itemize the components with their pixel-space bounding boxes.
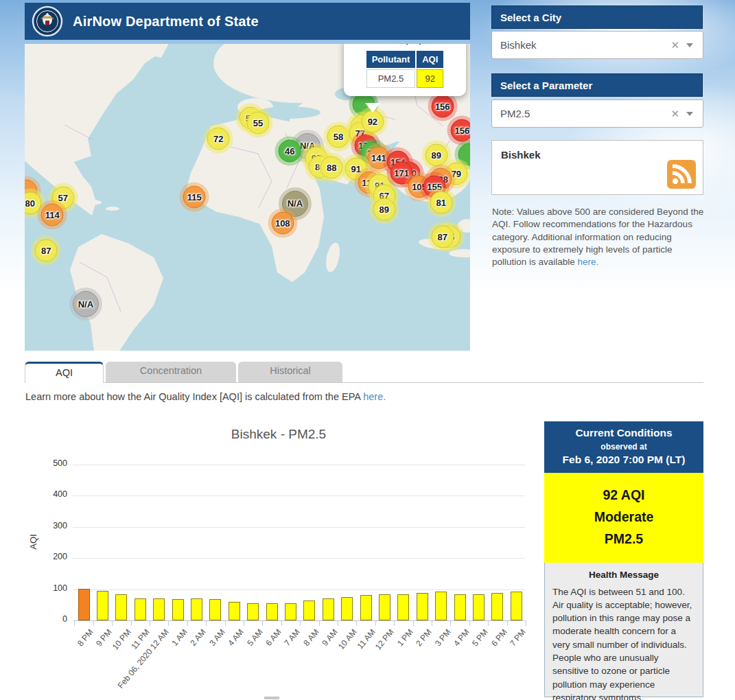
current-conditions-panel: Current Conditions observed at Feb 6, 20… — [544, 421, 703, 695]
learn-more-here-link[interactable]: here. — [363, 391, 386, 402]
x-axis-tick — [93, 620, 94, 626]
x-axis-tick — [356, 620, 357, 626]
learn-more-text: Learn more about how the Air Quality Ind… — [25, 391, 386, 402]
tooltip-pollutant-value: PM2.5 — [366, 69, 416, 88]
note-here-link[interactable]: here. — [578, 257, 599, 267]
map-marker[interactable]: 115 — [183, 186, 206, 209]
chart-bar — [435, 592, 447, 620]
chart-bar — [341, 597, 353, 620]
tooltip-clipped-title: PM (LT) — [351, 44, 459, 47]
map-marker[interactable]: 156 — [431, 95, 454, 118]
map-marker[interactable]: 89 — [373, 198, 395, 220]
y-axis-tick-label: 400 — [37, 489, 67, 499]
chevron-down-icon[interactable] — [686, 43, 693, 47]
chart-bar — [266, 603, 278, 620]
map-marker[interactable]: 58 — [327, 125, 349, 148]
x-axis-tick — [74, 620, 75, 626]
map-marker[interactable]: 114 — [41, 203, 64, 226]
observed-time: Feb 6, 2020 7:00 PM (LT) — [547, 454, 701, 466]
map-marker[interactable]: 88 — [320, 156, 343, 179]
chart-plot-area — [73, 465, 525, 620]
chart-bar — [379, 594, 390, 620]
x-axis-tick — [300, 620, 301, 626]
x-axis-tick — [413, 620, 414, 626]
chart-bar — [115, 594, 127, 620]
observed-at-label: observed at — [547, 442, 701, 452]
chart-bar — [191, 598, 202, 620]
rss-icon[interactable] — [667, 160, 696, 189]
gridline — [73, 590, 525, 590]
map-marker[interactable]: 46 — [279, 140, 301, 163]
chart-bar — [323, 598, 334, 620]
x-axis-tick — [187, 620, 188, 626]
x-axis-tick — [432, 620, 432, 626]
y-axis-tick-label: 0 — [37, 614, 67, 624]
chart-bar — [360, 595, 372, 620]
x-axis-tick — [244, 620, 244, 626]
y-axis-tick-label: 100 — [37, 583, 67, 593]
x-axis-tick — [281, 620, 282, 626]
gridline — [73, 527, 525, 528]
clear-city-icon[interactable]: ✕ — [664, 39, 686, 51]
x-axis-tick — [469, 620, 470, 626]
map-marker[interactable]: 108 — [271, 212, 294, 235]
map-marker[interactable]: 89 — [425, 143, 447, 166]
aqi-parameter-line: PM2.5 — [544, 528, 703, 550]
map-marker[interactable]: 87 — [35, 239, 58, 261]
x-axis-tick — [319, 620, 320, 626]
city-feed-box: Bishkek — [491, 140, 703, 195]
chart-bar — [247, 603, 259, 620]
y-axis-tick-label: 500 — [37, 458, 67, 468]
chart-bar — [153, 598, 165, 620]
map-marker[interactable]: N/A — [73, 291, 99, 317]
tabs-underline — [25, 382, 703, 383]
chevron-down-icon[interactable] — [686, 112, 693, 116]
x-axis-tick — [450, 620, 451, 626]
health-message-title: Health Message — [552, 570, 695, 580]
map-tooltip: PM (LT) Pollutant AQI PM2.5 92 — [344, 44, 466, 96]
x-axis-tick — [225, 620, 226, 626]
map-marker[interactable]: 87 — [431, 226, 454, 248]
tooltip-table: Pollutant AQI PM2.5 92 — [365, 49, 445, 89]
world-aqi-map[interactable]: 805711487115725555N/A4695808858N/A108827… — [25, 44, 470, 351]
x-axis-tick — [338, 620, 338, 626]
y-axis-tick-label: 200 — [37, 552, 67, 561]
tab-aqi[interactable]: AQI — [25, 362, 104, 383]
current-conditions-title: Current Conditions — [547, 427, 701, 439]
chart-bar — [454, 594, 466, 620]
chart-bar — [285, 603, 296, 620]
parameter-select[interactable]: PM2.5 ✕ — [491, 100, 703, 128]
map-marker[interactable]: 92 — [361, 110, 384, 133]
chart-bar — [473, 594, 485, 620]
x-axis-tick — [150, 620, 150, 626]
dos-seal-icon — [32, 5, 63, 37]
select-city-header: Select a City — [491, 5, 703, 29]
y-axis-tick-label: 300 — [37, 521, 67, 530]
map-marker[interactable]: 156 — [451, 119, 470, 142]
chart-bar — [491, 593, 503, 620]
map-marker[interactable]: 55 — [247, 111, 270, 134]
chart-bar — [511, 592, 522, 620]
clear-parameter-icon[interactable]: ✕ — [664, 108, 686, 120]
chart-bar — [78, 589, 90, 620]
map-marker[interactable]: 81 — [430, 191, 452, 214]
aqi-status-badge: 92 AQI Moderate PM2.5 — [544, 473, 703, 563]
tab-concentration[interactable]: Concentration — [106, 362, 236, 382]
chart-bar — [417, 593, 428, 620]
x-axis-tick — [262, 620, 263, 626]
x-axis-tick — [526, 620, 526, 626]
x-axis-tick — [206, 620, 207, 626]
x-axis-tick — [488, 620, 489, 626]
app-header: AirNow Department of State — [25, 3, 470, 40]
map-marker[interactable]: 72 — [207, 128, 230, 150]
health-message-box: Health Message The AQI is between 51 and… — [544, 563, 703, 697]
chart-bar — [303, 600, 315, 620]
gridline — [73, 495, 525, 496]
chart-title: Bishkek - PM2.5 — [25, 427, 533, 442]
tooltip-aqi-header: AQI — [417, 51, 443, 68]
gridline — [73, 465, 525, 465]
city-select[interactable]: Bishkek ✕ — [491, 31, 703, 59]
tooltip-arrow — [365, 103, 380, 113]
tab-historical[interactable]: Historical — [238, 362, 342, 382]
aqi-bar-chart: Bishkek - PM2.5 AQI 01002003004005008 PM… — [25, 420, 536, 698]
